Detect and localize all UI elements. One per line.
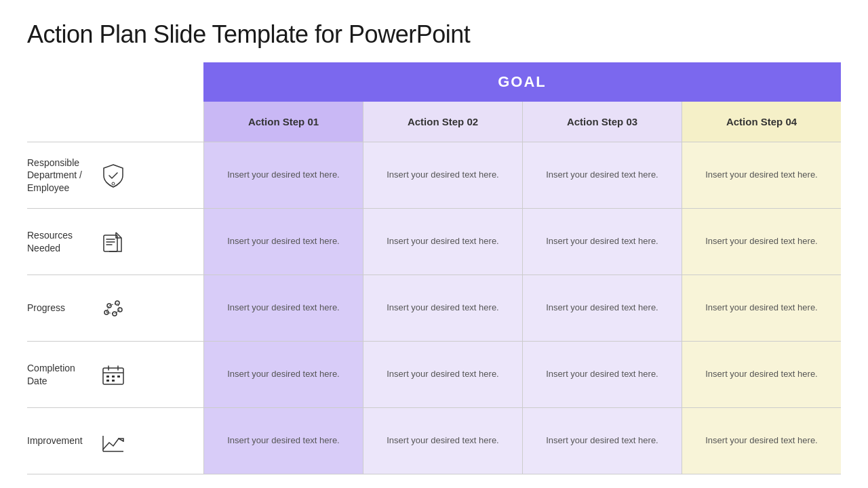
data-row-4: Insert your desired text here.Insert you… [203,408,841,474]
row-label-0: Responsible Department / Employee [27,157,95,194]
row-icon-4 [95,428,132,455]
svg-rect-1 [104,235,117,251]
cell-row1-col0[interactable]: Insert your desired text here. [203,209,363,274]
cell-row0-col2[interactable]: Insert your desired text here. [522,142,682,208]
cell-row4-col1[interactable]: Insert your desired text here. [363,408,522,474]
column-headers: Action Step 01 Action Step 02 Action Ste… [203,102,841,142]
row-icon-0 [95,162,132,189]
page-title: Action Plan Slide Template for PowerPoin… [27,20,841,49]
goal-spacer [27,62,203,102]
label-row-3: Completion Date [27,342,203,408]
row-icon-1 [95,228,132,256]
goal-row: GOAL [203,62,841,102]
cell-row4-col3[interactable]: Insert your desired text here. [682,408,841,474]
col-header-step02: Action Step 02 [363,102,522,142]
row-label-3: Completion Date [27,362,95,386]
cell-row1-col2[interactable]: Insert your desired text here. [522,209,682,274]
cell-row3-col1[interactable]: Insert your desired text here. [363,342,522,407]
label-rows: Responsible Department / Employee Resour… [27,142,203,474]
row-icon-2 [95,295,132,322]
row-label-1: Resources Needed [27,229,95,253]
cell-row2-col1[interactable]: Insert your desired text here. [363,275,522,341]
label-row-0: Responsible Department / Employee [27,142,203,209]
row-label-2: Progress [27,302,95,314]
cell-row0-col1[interactable]: Insert your desired text here. [363,142,522,208]
row-label-4: Improvement [27,434,95,447]
cell-row2-col0[interactable]: Insert your desired text here. [203,275,363,341]
data-area: GOAL Action Step 01 Action Step 02 Actio… [203,62,841,474]
col-header-step03: Action Step 03 [522,102,682,142]
col-header-step01: Action Step 01 [203,102,363,142]
svg-rect-9 [112,375,115,378]
svg-point-0 [112,182,115,185]
cell-row3-col3[interactable]: Insert your desired text here. [682,342,841,407]
cell-row3-col2[interactable]: Insert your desired text here. [522,342,682,407]
col-header-step04: Action Step 04 [682,102,841,142]
label-row-1: Resources Needed [27,209,203,275]
cell-row0-col0[interactable]: Insert your desired text here. [203,142,363,208]
cell-row0-col3[interactable]: Insert your desired text here. [682,142,841,208]
cell-row4-col0[interactable]: Insert your desired text here. [203,408,363,474]
svg-rect-11 [106,380,109,382]
cell-row3-col0[interactable]: Insert your desired text here. [203,342,363,407]
cell-row1-col1[interactable]: Insert your desired text here. [363,209,522,274]
data-row-1: Insert your desired text here.Insert you… [203,209,841,275]
cell-row2-col2[interactable]: Insert your desired text here. [522,275,682,341]
svg-rect-8 [106,375,109,378]
label-row-2: Progress [27,275,203,342]
data-row-2: Insert your desired text here.Insert you… [203,275,841,342]
table-wrapper: Responsible Department / Employee Resour… [27,62,841,474]
label-column: Responsible Department / Employee Resour… [27,62,203,474]
svg-rect-10 [117,375,120,378]
header-spacer [27,102,203,142]
page: Action Plan Slide Template for PowerPoin… [0,0,868,488]
svg-point-6 [118,308,122,312]
cell-row4-col2[interactable]: Insert your desired text here. [522,408,682,474]
data-row-3: Insert your desired text here.Insert you… [203,342,841,408]
data-row-0: Insert your desired text here.Insert you… [203,142,841,209]
label-row-4: Improvement [27,408,203,474]
goal-label: GOAL [498,73,547,91]
row-icon-3 [95,361,132,388]
data-rows: Insert your desired text here.Insert you… [203,142,841,474]
svg-rect-12 [112,380,115,382]
cell-row2-col3[interactable]: Insert your desired text here. [682,275,841,341]
cell-row1-col3[interactable]: Insert your desired text here. [682,209,841,274]
